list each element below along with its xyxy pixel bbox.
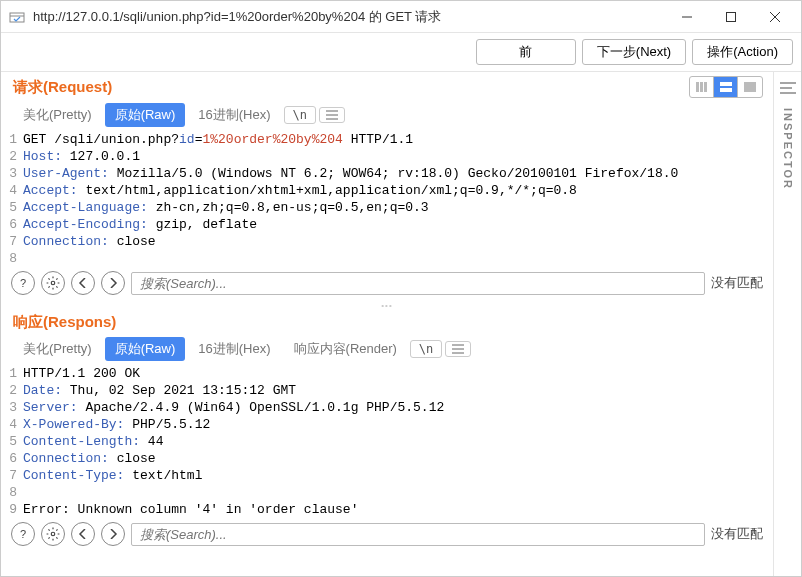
- prev-match-icon[interactable]: [71, 522, 95, 546]
- tab-menu-icon[interactable]: [445, 341, 471, 357]
- line-number: 9: [7, 501, 23, 518]
- titlebar: http://127.0.0.1/sqli/union.php?id=1%20o…: [1, 1, 801, 33]
- line-number: 3: [7, 165, 23, 182]
- next-button[interactable]: 下一步(Next): [582, 39, 686, 65]
- code-line: 2Host: 127.0.0.1: [7, 148, 773, 165]
- tab-newline-toggle[interactable]: \n: [410, 340, 442, 358]
- line-number: 1: [7, 131, 23, 148]
- code-text: Date: Thu, 02 Sep 2021 13:15:12 GMT: [23, 382, 296, 399]
- next-match-icon[interactable]: [101, 522, 125, 546]
- code-text: Content-Type: text/html: [23, 467, 202, 484]
- response-panel: 响应(Respons) 美化(Pretty) 原始(Raw) 16进制(Hex)…: [1, 309, 773, 552]
- minimize-button[interactable]: [665, 2, 709, 32]
- tab-raw[interactable]: 原始(Raw): [105, 337, 186, 361]
- code-text: Error: Unknown column '4' in 'order clau…: [23, 501, 358, 518]
- request-code[interactable]: 1GET /sqli/union.php?id=1%20order%20by%2…: [1, 131, 773, 267]
- code-line: 2Date: Thu, 02 Sep 2021 13:15:12 GMT: [7, 382, 773, 399]
- line-number: 6: [7, 450, 23, 467]
- code-text: Accept-Language: zh-cn,zh;q=0.8,en-us;q=…: [23, 199, 429, 216]
- request-search-row: ? 没有匹配: [1, 267, 773, 301]
- tab-raw[interactable]: 原始(Raw): [105, 103, 186, 127]
- request-panel: 请求(Request) 美化(Pretty) 原始(Raw) 16进制(Hex)…: [1, 72, 773, 301]
- topbar: 前 下一步(Next) 操作(Action): [1, 33, 801, 72]
- action-button[interactable]: 操作(Action): [692, 39, 793, 65]
- code-text: User-Agent: Mozilla/5.0 (Windows NT 6.2;…: [23, 165, 678, 182]
- code-text: Accept: text/html,application/xhtml+xml,…: [23, 182, 577, 199]
- code-text: Connection: close: [23, 233, 156, 250]
- tab-pretty[interactable]: 美化(Pretty): [13, 103, 102, 127]
- code-line: 8: [7, 484, 773, 501]
- line-number: 6: [7, 216, 23, 233]
- window-controls: [665, 2, 797, 32]
- code-text: Accept-Encoding: gzip, deflate: [23, 216, 257, 233]
- tab-hex[interactable]: 16进制(Hex): [188, 103, 280, 127]
- code-line: 6Accept-Encoding: gzip, deflate: [7, 216, 773, 233]
- view-toggle: [689, 76, 763, 98]
- tab-menu-icon[interactable]: [319, 107, 345, 123]
- svg-text:?: ?: [20, 277, 26, 289]
- svg-rect-7: [744, 82, 756, 92]
- gear-icon[interactable]: [41, 522, 65, 546]
- code-text: Server: Apache/2.4.9 (Win64) OpenSSL/1.0…: [23, 399, 444, 416]
- line-number: 4: [7, 416, 23, 433]
- line-number: 8: [7, 484, 23, 501]
- request-header: 请求(Request): [13, 78, 689, 97]
- help-icon[interactable]: ?: [11, 271, 35, 295]
- code-line: 5Content-Length: 44: [7, 433, 773, 450]
- line-number: 5: [7, 199, 23, 216]
- svg-rect-2: [696, 82, 699, 92]
- code-text: HTTP/1.1 200 OK: [23, 365, 140, 382]
- svg-rect-4: [704, 82, 707, 92]
- sidebar-label[interactable]: INSPECTOR: [782, 108, 794, 190]
- line-number: 2: [7, 148, 23, 165]
- svg-point-9: [51, 281, 55, 285]
- svg-text:?: ?: [20, 528, 26, 540]
- response-code[interactable]: 1HTTP/1.1 200 OK2Date: Thu, 02 Sep 2021 …: [1, 365, 773, 518]
- view-columns-icon[interactable]: [690, 77, 714, 97]
- code-line: 3Server: Apache/2.4.9 (Win64) OpenSSL/1.…: [7, 399, 773, 416]
- response-search-input[interactable]: [131, 523, 705, 546]
- request-search-input[interactable]: [131, 272, 705, 295]
- code-line: 6Connection: close: [7, 450, 773, 467]
- view-single-icon[interactable]: [738, 77, 762, 97]
- gear-icon[interactable]: [41, 271, 65, 295]
- code-line: 4X-Powered-By: PHP/5.5.12: [7, 416, 773, 433]
- svg-rect-3: [700, 82, 703, 92]
- code-line: 8: [7, 250, 773, 267]
- response-header: 响应(Respons): [13, 313, 763, 332]
- code-line: 4Accept: text/html,application/xhtml+xml…: [7, 182, 773, 199]
- maximize-button[interactable]: [709, 2, 753, 32]
- svg-rect-6: [720, 88, 732, 92]
- panel-divider[interactable]: •••: [1, 301, 773, 309]
- code-line: 1HTTP/1.1 200 OK: [7, 365, 773, 382]
- back-button[interactable]: 前: [476, 39, 576, 65]
- sidebar-toggle-icon[interactable]: [778, 78, 798, 98]
- tab-newline-toggle[interactable]: \n: [284, 106, 316, 124]
- help-icon[interactable]: ?: [11, 522, 35, 546]
- svg-rect-5: [720, 82, 732, 86]
- code-text: Connection: close: [23, 450, 156, 467]
- next-match-icon[interactable]: [101, 271, 125, 295]
- svg-point-11: [51, 532, 55, 536]
- tab-render[interactable]: 响应内容(Render): [284, 337, 407, 361]
- tab-pretty[interactable]: 美化(Pretty): [13, 337, 102, 361]
- response-no-match: 没有匹配: [711, 525, 763, 543]
- line-number: 2: [7, 382, 23, 399]
- response-search-row: ? 没有匹配: [1, 518, 773, 552]
- code-text: X-Powered-By: PHP/5.5.12: [23, 416, 210, 433]
- request-no-match: 没有匹配: [711, 274, 763, 292]
- prev-match-icon[interactable]: [71, 271, 95, 295]
- code-text: Host: 127.0.0.1: [23, 148, 140, 165]
- close-button[interactable]: [753, 2, 797, 32]
- app-icon: [9, 9, 25, 25]
- code-line: 3User-Agent: Mozilla/5.0 (Windows NT 6.2…: [7, 165, 773, 182]
- line-number: 3: [7, 399, 23, 416]
- code-line: 7Connection: close: [7, 233, 773, 250]
- view-split-icon[interactable]: [714, 77, 738, 97]
- svg-rect-1: [727, 12, 736, 21]
- code-text: GET /sqli/union.php?id=1%20order%20by%20…: [23, 131, 413, 148]
- window-title: http://127.0.0.1/sqli/union.php?id=1%20o…: [33, 8, 665, 26]
- tab-hex[interactable]: 16进制(Hex): [188, 337, 280, 361]
- code-line: 5Accept-Language: zh-cn,zh;q=0.8,en-us;q…: [7, 199, 773, 216]
- sidebar: INSPECTOR: [773, 72, 801, 576]
